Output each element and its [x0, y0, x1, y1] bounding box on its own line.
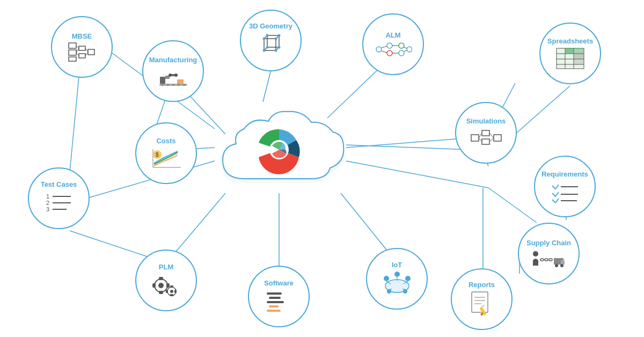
svg-rect-29	[88, 49, 94, 55]
svg-point-113	[394, 272, 400, 277]
svg-point-103	[560, 264, 564, 267]
mbse-icon	[68, 42, 96, 62]
mbse-node[interactable]: MBSE	[51, 16, 113, 78]
svg-line-16	[70, 77, 79, 172]
requirements-node[interactable]: Requirements	[534, 156, 596, 217]
svg-rect-98	[545, 259, 548, 261]
costs-node[interactable]: Costs $	[135, 122, 197, 184]
svg-line-19	[515, 86, 570, 134]
test-cases-node[interactable]: Test Cases 1 2 3	[28, 167, 90, 229]
svg-rect-138	[174, 290, 177, 293]
plm-node[interactable]: PLM	[135, 250, 197, 311]
svg-rect-126	[267, 310, 281, 312]
svg-rect-99	[549, 259, 552, 261]
svg-rect-46	[177, 79, 184, 84]
svg-point-58	[277, 34, 280, 37]
svg-text:1: 1	[46, 193, 49, 200]
svg-rect-79	[565, 48, 574, 54]
svg-line-9	[346, 161, 488, 188]
cloud-center	[209, 99, 349, 196]
cloud-svg	[212, 101, 346, 195]
svg-rect-104	[472, 292, 488, 312]
svg-line-89	[489, 133, 494, 138]
manufacturing-icon	[158, 66, 188, 86]
alm-node[interactable]: ALM	[362, 13, 424, 75]
svg-point-38	[169, 74, 172, 77]
test-cases-icon: 1 2 3	[44, 191, 74, 216]
svg-point-63	[387, 50, 392, 56]
svg-point-115	[387, 289, 391, 294]
svg-line-71	[404, 47, 407, 48]
svg-rect-80	[574, 48, 584, 54]
svg-point-44	[178, 84, 180, 86]
svg-rect-137	[166, 290, 168, 293]
svg-rect-129	[159, 277, 163, 280]
svg-line-8	[488, 188, 537, 223]
svg-line-72	[404, 50, 407, 52]
svg-point-102	[555, 264, 558, 267]
svg-point-65	[399, 50, 404, 56]
spreadsheets-node[interactable]: Spreadsheets	[539, 23, 601, 84]
svg-point-114	[405, 276, 411, 281]
svg-rect-27	[79, 46, 85, 50]
svg-line-68	[382, 51, 387, 53]
software-node[interactable]: Software	[248, 266, 310, 327]
reports-icon	[470, 291, 494, 318]
simulations-node[interactable]: Simulations	[455, 102, 517, 164]
reports-node[interactable]: Reports	[451, 268, 513, 330]
svg-point-54	[274, 38, 277, 40]
svg-point-45	[183, 84, 185, 86]
svg-line-67	[382, 46, 387, 48]
alm-icon	[375, 41, 412, 57]
svg-text:$: $	[156, 152, 159, 158]
svg-point-60	[266, 46, 268, 49]
spreadsheets-icon	[555, 47, 585, 70]
svg-rect-131	[152, 283, 156, 288]
svg-rect-123	[269, 297, 281, 299]
svg-rect-82	[574, 59, 584, 64]
simulations-icon	[470, 127, 502, 149]
svg-rect-132	[166, 283, 170, 288]
svg-point-66	[407, 47, 412, 52]
svg-rect-81	[574, 54, 584, 59]
geometry-icon	[258, 32, 284, 59]
svg-point-56	[274, 49, 277, 52]
supply-chain-node[interactable]: Supply Chain	[518, 223, 580, 284]
svg-rect-35	[160, 77, 165, 85]
svg-line-88	[479, 138, 482, 142]
svg-point-42	[167, 84, 169, 86]
software-icon	[266, 290, 292, 314]
svg-point-39	[174, 74, 178, 77]
svg-rect-24	[69, 43, 76, 48]
svg-text:3: 3	[46, 206, 49, 213]
iot-node[interactable]: IoT	[366, 248, 428, 310]
svg-line-2	[263, 70, 271, 102]
plm-icon	[151, 274, 181, 298]
svg-point-62	[387, 43, 392, 48]
svg-rect-122	[267, 292, 282, 295]
svg-point-134	[170, 290, 173, 293]
diagram-container: MBSE Manufacturing	[0, 0, 644, 337]
svg-rect-101	[561, 260, 565, 265]
geometry-node[interactable]: 3D Geometry	[240, 10, 302, 71]
svg-point-116	[403, 289, 407, 294]
svg-point-128	[158, 283, 164, 288]
svg-point-41	[162, 84, 164, 86]
requirements-icon	[550, 180, 580, 203]
svg-text:2: 2	[46, 200, 49, 206]
svg-point-64	[399, 43, 404, 48]
supply-chain-icon	[531, 250, 566, 268]
svg-point-57	[266, 34, 268, 37]
svg-rect-83	[471, 135, 479, 141]
svg-rect-85	[482, 139, 489, 144]
svg-rect-86	[494, 135, 501, 141]
svg-line-17	[70, 231, 150, 258]
manufacturing-node[interactable]: Manufacturing	[142, 40, 204, 102]
svg-point-55	[262, 49, 265, 52]
svg-point-59	[277, 46, 280, 49]
costs-icon: $	[151, 147, 182, 170]
svg-rect-136	[170, 294, 173, 296]
svg-rect-84	[482, 130, 489, 136]
svg-point-43	[172, 84, 174, 86]
svg-rect-135	[170, 285, 173, 288]
